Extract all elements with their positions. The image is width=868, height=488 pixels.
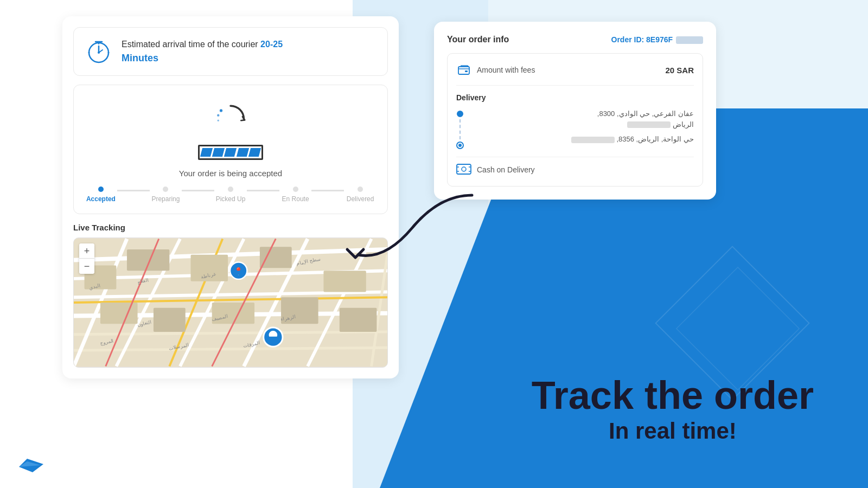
status-text: Your order is being accepted xyxy=(179,169,282,178)
eta-text: Estimated arrival time of the courier 20… xyxy=(122,38,283,66)
stripe-4 xyxy=(236,148,248,157)
step-picked-up: Picked Up xyxy=(214,187,247,203)
step-label-picked-up: Picked Up xyxy=(216,195,246,203)
order-info-header: Your order info Order ID: 8E976F xyxy=(447,35,703,44)
order-info-card: Your order info Order ID: 8E976F xyxy=(434,22,716,200)
amount-label: Amount with fees xyxy=(477,66,535,74)
stripe-2 xyxy=(212,148,225,157)
step-accepted: Accepted xyxy=(85,187,117,203)
delivery-section: Delivery عفان الفرعي, حي الوادي, 8300,ال… xyxy=(456,93,694,149)
bottom-logo xyxy=(16,453,49,477)
promo-text: Track the order In real time! xyxy=(532,374,814,445)
svg-point-12 xyxy=(218,120,220,122)
cash-icon xyxy=(456,163,471,177)
zoom-out-button[interactable]: − xyxy=(79,259,94,274)
package-icon xyxy=(198,145,263,160)
address-to: حي الواحة, الرياض, 8356, xyxy=(470,134,694,145)
order-id: Order ID: 8E976F xyxy=(611,35,704,44)
svg-rect-54 xyxy=(458,67,469,74)
svg-point-57 xyxy=(462,167,466,171)
wallet-icon xyxy=(456,62,471,78)
step-dot-accepted xyxy=(98,187,104,192)
arrow-container xyxy=(331,184,494,282)
svg-point-11 xyxy=(217,114,219,116)
step-connector-2 xyxy=(182,190,214,191)
step-label-accepted: Accepted xyxy=(86,195,116,203)
eta-time: 20-25 xyxy=(260,40,283,49)
content-wrapper: Estimated arrival time of the courier 20… xyxy=(0,0,868,488)
svg-rect-29 xyxy=(127,249,169,271)
route-dot-from xyxy=(457,111,463,117)
amount-value: 20 SAR xyxy=(665,66,694,75)
step-label-en-route: En Route xyxy=(282,195,309,203)
order-id-blur xyxy=(676,36,703,44)
svg-rect-55 xyxy=(465,70,468,72)
promo-heading: Track the order xyxy=(532,374,814,417)
step-dot-picked-up xyxy=(228,187,233,192)
address-from: عفان الفرعي, حي الوادي, 8300,الرياض xyxy=(470,108,694,130)
step-preparing: Preparing xyxy=(150,187,182,203)
svg-rect-37 xyxy=(340,308,377,332)
svg-rect-33 xyxy=(154,308,186,332)
spinner-area xyxy=(203,96,258,139)
stripe-1 xyxy=(200,148,213,157)
step-dot-en-route xyxy=(293,187,298,192)
svg-point-10 xyxy=(220,109,222,112)
delivery-route: عفان الفرعي, حي الوادي, 8300,الرياض حي ا… xyxy=(456,108,694,149)
step-connector-1 xyxy=(117,190,150,191)
order-info-title: Your order info xyxy=(447,35,509,44)
amount-left: Amount with fees xyxy=(456,62,535,78)
order-details-box: Amount with fees 20 SAR Delivery عفان ال… xyxy=(447,53,703,187)
route-line xyxy=(456,108,464,149)
svg-rect-31 xyxy=(260,247,292,268)
route-dot-to xyxy=(456,142,464,149)
svg-point-7 xyxy=(98,52,100,54)
svg-point-9 xyxy=(108,52,110,54)
order-id-text: Order ID: 8E976F xyxy=(611,35,673,44)
addr-blur-2 xyxy=(571,137,615,143)
svg-rect-32 xyxy=(100,303,138,324)
eta-card: Estimated arrival time of the courier 20… xyxy=(73,27,388,76)
eta-minutes-label: Minutes xyxy=(122,51,283,66)
step-label-preparing: Preparing xyxy=(151,195,180,203)
addr-blur-1 xyxy=(627,121,671,128)
map-controls: + − xyxy=(79,243,94,274)
route-addresses: عفان الفرعي, حي الوادي, 8300,الرياض حي ا… xyxy=(470,108,694,149)
payment-method-label: Cash on Delivery xyxy=(477,165,535,174)
stripe-3 xyxy=(224,148,237,157)
stripe-5 xyxy=(248,148,261,157)
svg-point-8 xyxy=(88,52,90,54)
eta-label: Estimated arrival time of the courier xyxy=(122,40,258,49)
amount-row: Amount with fees 20 SAR xyxy=(456,62,694,86)
svg-rect-56 xyxy=(457,164,471,174)
timer-icon xyxy=(85,37,113,66)
route-dashed-line xyxy=(459,119,461,139)
promo-subheading: In real time! xyxy=(532,418,814,445)
zoom-in-button[interactable]: + xyxy=(79,243,94,259)
step-connector-3 xyxy=(247,190,279,191)
payment-row: Cash on Delivery xyxy=(456,157,694,177)
delivery-label: Delivery xyxy=(456,93,694,102)
step-en-route: En Route xyxy=(279,187,312,203)
step-dot-preparing xyxy=(163,187,168,192)
